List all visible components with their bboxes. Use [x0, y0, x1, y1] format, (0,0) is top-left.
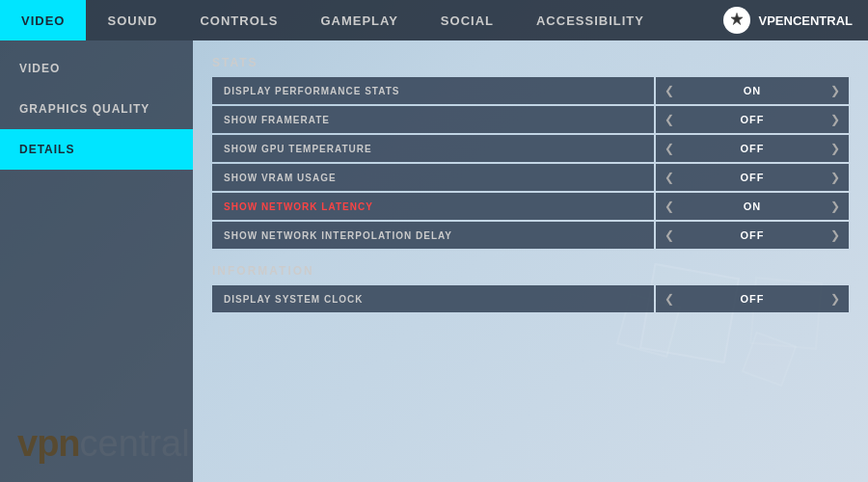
- main-layout: VIDEO GRAPHICS QUALITY DETAILS STATS DIS…: [0, 40, 868, 482]
- ctrl-right-network-latency[interactable]: ❯: [822, 193, 849, 220]
- ctrl-left-gpu-temp[interactable]: ❮: [656, 135, 683, 162]
- ctrl-left-vram[interactable]: ❮: [656, 164, 683, 191]
- ctrl-right-framerate[interactable]: ❯: [822, 106, 849, 133]
- nav-tab-social[interactable]: SOCIAL: [420, 0, 515, 40]
- section-title-stats: STATS: [212, 56, 849, 69]
- setting-label-network-latency: SHOW NETWORK LATENCY: [212, 193, 654, 220]
- content-area: STATS DISPLAY PERFORMANCE STATS ❮ ON ❯ S…: [193, 40, 868, 482]
- ctrl-right-vram[interactable]: ❯: [822, 164, 849, 191]
- nav-tab-controls[interactable]: CONTROLS: [178, 0, 299, 40]
- sidebar-item-details[interactable]: DETAILS: [0, 129, 193, 170]
- setting-label-display-clock: DISPLAY SYSTEM CLOCK: [212, 285, 654, 312]
- setting-control-network-interp: ❮ OFF ❯: [656, 222, 849, 249]
- ctrl-right-display-clock[interactable]: ❯: [822, 285, 849, 312]
- ctrl-value-network-latency: ON: [683, 201, 822, 212]
- sidebar-item-video[interactable]: VIDEO: [0, 48, 193, 89]
- setting-row-network-interp: SHOW NETWORK INTERPOLATION DELAY ❮ OFF ❯: [212, 222, 849, 249]
- setting-row-display-perf: DISPLAY PERFORMANCE STATS ❮ ON ❯: [212, 77, 849, 104]
- setting-label-gpu-temp: SHOW GPU TEMPERATURE: [212, 135, 654, 162]
- sidebar: VIDEO GRAPHICS QUALITY DETAILS: [0, 40, 193, 482]
- ctrl-value-display-clock: OFF: [683, 293, 822, 305]
- ctrl-value-framerate: OFF: [683, 114, 822, 125]
- top-nav: VIDEO SOUND CONTROLS GAMEPLAY SOCIAL ACC…: [0, 0, 868, 40]
- setting-row-framerate: SHOW FRAMERATE ❮ OFF ❯: [212, 106, 849, 133]
- ctrl-left-display-clock[interactable]: ❮: [656, 285, 683, 312]
- ctrl-right-gpu-temp[interactable]: ❯: [822, 135, 849, 162]
- setting-row-vram: SHOW VRAM USAGE ❮ OFF ❯: [212, 164, 849, 191]
- ctrl-right-display-perf[interactable]: ❯: [822, 77, 849, 104]
- setting-row-gpu-temp: SHOW GPU TEMPERATURE ❮ OFF ❯: [212, 135, 849, 162]
- setting-control-vram: ❮ OFF ❯: [656, 164, 849, 191]
- setting-row-display-clock: DISPLAY SYSTEM CLOCK ❮ OFF ❯: [212, 285, 849, 312]
- logo-icon: [723, 7, 750, 34]
- ctrl-value-gpu-temp: OFF: [683, 143, 822, 154]
- logo-text: VPENCENTRAL: [758, 13, 853, 28]
- setting-row-network-latency: SHOW NETWORK LATENCY ❮ ON ❯: [212, 193, 849, 220]
- setting-label-vram: SHOW VRAM USAGE: [212, 164, 654, 191]
- ctrl-left-network-interp[interactable]: ❮: [656, 222, 683, 249]
- nav-tab-accessibility[interactable]: ACCESSIBILITY: [515, 0, 665, 40]
- setting-label-framerate: SHOW FRAMERATE: [212, 106, 654, 133]
- setting-control-framerate: ❮ OFF ❯: [656, 106, 849, 133]
- ctrl-left-framerate[interactable]: ❮: [656, 106, 683, 133]
- ctrl-value-network-interp: OFF: [683, 229, 822, 241]
- setting-label-network-interp: SHOW NETWORK INTERPOLATION DELAY: [212, 222, 654, 249]
- setting-label-display-perf: DISPLAY PERFORMANCE STATS: [212, 77, 654, 104]
- nav-tab-gameplay[interactable]: GAMEPLAY: [299, 0, 419, 40]
- ctrl-value-vram: OFF: [683, 172, 822, 183]
- setting-control-network-latency: ❮ ON ❯: [656, 193, 849, 220]
- setting-control-gpu-temp: ❮ OFF ❯: [656, 135, 849, 162]
- nav-tab-video[interactable]: VIDEO: [0, 0, 86, 40]
- section-title-information: INFORMATION: [212, 264, 849, 278]
- setting-control-display-perf: ❮ ON ❯: [656, 77, 849, 104]
- setting-control-display-clock: ❮ OFF ❯: [656, 285, 849, 312]
- sidebar-item-graphics-quality[interactable]: GRAPHICS QUALITY: [0, 89, 193, 129]
- ctrl-left-display-perf[interactable]: ❮: [656, 77, 683, 104]
- ctrl-left-network-latency[interactable]: ❮: [656, 193, 683, 220]
- nav-logo: VPENCENTRAL: [708, 0, 868, 40]
- nav-tab-sound[interactable]: SOUND: [86, 0, 178, 40]
- ctrl-value-display-perf: ON: [683, 85, 822, 96]
- ctrl-right-network-interp[interactable]: ❯: [822, 222, 849, 249]
